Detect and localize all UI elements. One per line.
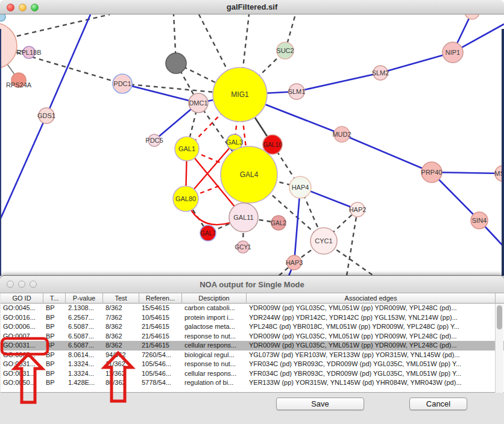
edge-SLM2-NIP1[interactable] bbox=[380, 52, 453, 73]
cell-4: 5778/54... bbox=[139, 378, 182, 388]
network-canvas[interactable]: RPL18BRPS24AGDS1PDC1MIG1SUC2SLM1DMC1PDC5… bbox=[0, 14, 504, 276]
cell-4: 21/54615 bbox=[139, 322, 182, 332]
node-label-gal4: GAL4 bbox=[240, 170, 259, 179]
node-cornerblue[interactable] bbox=[0, 14, 5, 21]
cell-6: YDR009W (pd) YGL035C, YML051W (pp) YDR00… bbox=[247, 304, 496, 313]
cell-5: cellular respons... bbox=[182, 341, 247, 351]
column-header-6[interactable]: Associated edges bbox=[247, 293, 496, 304]
table-body: GO:0045...BP2.1308...8/36215/54615carbon… bbox=[1, 304, 504, 393]
table-row[interactable]: GO:0031...BP1.3324...11/362105/546...res… bbox=[1, 360, 504, 369]
node-label-gal10: GAL10 bbox=[263, 142, 282, 148]
table-row[interactable]: GO:0065...BP8.0614...94/3627260/54...bio… bbox=[1, 351, 504, 360]
cell-5: response to nut... bbox=[182, 360, 247, 369]
table-row[interactable]: GO:0045...BP2.1308...8/36215/54615carbon… bbox=[1, 304, 504, 313]
table-header: GO IDT...P-valueTestReferen...Desciption… bbox=[1, 293, 504, 304]
column-header-1[interactable]: T... bbox=[43, 293, 66, 304]
cell-4: 10/54615 bbox=[139, 313, 182, 323]
cell-1: BP bbox=[43, 378, 66, 388]
cell-4: 105/546... bbox=[139, 360, 182, 369]
cell-6: YDR009W (pd) YGL035C, YML051W (pp) YDR00… bbox=[247, 332, 496, 341]
cell-1: BP bbox=[43, 322, 66, 332]
network-graph: RPL18BRPS24AGDS1PDC1MIG1SUC2SLM1DMC1PDC5… bbox=[0, 14, 504, 276]
node-label-rps24a: RPS24A bbox=[6, 81, 32, 89]
cell-1: BP bbox=[43, 313, 66, 323]
node-label-gal2: GAL2 bbox=[271, 220, 286, 226]
cell-6: YDR009W (pd) YGL035C, YML051W (pp) YDR00… bbox=[247, 341, 496, 351]
cell-0: GO:0007... bbox=[1, 332, 43, 341]
column-header-5[interactable]: Desciption bbox=[182, 293, 247, 304]
edge-x-x[interactable] bbox=[17, 14, 110, 36]
network-right-border bbox=[502, 29, 504, 276]
cell-5: biological regul... bbox=[182, 351, 247, 360]
table-row[interactable]: GO:0016...BP6.2567...7/36210/54615protei… bbox=[1, 313, 504, 323]
table-row[interactable]: GO:0050...BP1.428E...80/3625778/54...reg… bbox=[1, 378, 504, 388]
node-label-slm1: SLM1 bbox=[288, 88, 306, 95]
node-gray[interactable] bbox=[166, 53, 186, 73]
column-header-3[interactable]: Test bbox=[103, 293, 139, 304]
cell-3: 8/362 bbox=[103, 341, 139, 351]
table-row[interactable]: GO:0031...BP1.3324...11/362105/546...cel… bbox=[1, 369, 504, 379]
noa-window: NOA output for Single Mode GO IDT...P-va… bbox=[0, 275, 504, 424]
node-label-rpl18b: RPL18B bbox=[17, 49, 42, 56]
network-left-border bbox=[0, 29, 1, 276]
node-label-mud2: MUD2 bbox=[332, 131, 351, 138]
cell-2: 1.3324... bbox=[66, 369, 103, 379]
edge-HAP4-HAP3[interactable] bbox=[294, 187, 300, 263]
cell-5: galactose meta... bbox=[182, 322, 247, 332]
cancel-button[interactable]: Cancel bbox=[409, 398, 467, 410]
cell-2: 1.3324... bbox=[66, 360, 103, 369]
node-label-gcy1: GCY1 bbox=[235, 244, 251, 251]
cell-2: 6.5087... bbox=[66, 322, 103, 332]
cell-4: 7260/54... bbox=[139, 351, 182, 360]
node-label-slm2: SLM2 bbox=[372, 69, 389, 76]
cell-2: 6.5087... bbox=[66, 332, 103, 341]
edge-GDS1-x[interactable] bbox=[0, 116, 46, 220]
cell-0: GO:0031... bbox=[1, 341, 43, 351]
node-label-hap4: HAP4 bbox=[292, 184, 309, 191]
network-window: galFiltered.sif RPL18BRPS24AGDS1PDC1MIG1… bbox=[0, 0, 504, 276]
node-label-nip1: NIP1 bbox=[446, 49, 460, 56]
cell-3: 94/362 bbox=[103, 351, 139, 360]
cell-1: BP bbox=[43, 360, 66, 369]
node-toppink[interactable] bbox=[465, 14, 479, 19]
noa-window-title: NOA output for Single Mode bbox=[0, 276, 504, 293]
table-row[interactable]: GO:0006...BP6.5087...8/36221/54615galact… bbox=[1, 322, 504, 332]
node-label-prp40: PRP40 bbox=[421, 169, 443, 176]
node-bigpink[interactable] bbox=[0, 23, 17, 69]
cell-1: BP bbox=[43, 351, 66, 360]
node-label-gal80: GAL80 bbox=[175, 195, 196, 202]
cell-6: YFR034C (pd) YBR093C, YDR009W (pd) YGL03… bbox=[247, 369, 496, 379]
edge-SLM1-SLM2[interactable] bbox=[297, 73, 380, 92]
scrollbar-thumb[interactable] bbox=[497, 305, 502, 329]
network-window-titlebar[interactable]: galFiltered.sif bbox=[0, 0, 504, 14]
cell-4: 15/54615 bbox=[139, 304, 182, 313]
column-header-2[interactable]: P-value bbox=[66, 293, 103, 304]
save-button[interactable]: Save bbox=[276, 398, 364, 410]
cell-0: GO:0031... bbox=[1, 369, 43, 379]
node-label-gds1: GDS1 bbox=[37, 112, 55, 119]
column-header-0[interactable]: GO ID bbox=[1, 293, 43, 304]
network-window-title: galFiltered.sif bbox=[0, 0, 504, 14]
cell-1: BP bbox=[43, 304, 66, 313]
table-row[interactable]: GO:0007...BP6.5087...8/36221/54615respon… bbox=[1, 332, 504, 341]
noa-window-titlebar[interactable]: NOA output for Single Mode bbox=[0, 276, 504, 293]
node-label-gal3: GAL3 bbox=[226, 139, 243, 146]
cell-1: BP bbox=[43, 369, 66, 379]
cell-4: 21/54615 bbox=[139, 341, 182, 351]
cell-1: BP bbox=[43, 332, 66, 341]
cell-0: GO:0050... bbox=[1, 378, 43, 388]
cell-2: 6.2567... bbox=[66, 313, 103, 323]
edge-MUD2-PRP40[interactable] bbox=[342, 134, 432, 172]
node-label-suc2: SUC2 bbox=[276, 47, 294, 54]
edge-x-GDS1[interactable] bbox=[46, 14, 90, 116]
edge-HAP2-x[interactable] bbox=[347, 210, 358, 276]
column-header-4[interactable]: Referen... bbox=[139, 293, 182, 304]
vertical-scrollbar[interactable] bbox=[495, 304, 503, 393]
cell-5: cellular respons... bbox=[182, 369, 247, 379]
edge-PDC1-DMC1[interactable] bbox=[122, 84, 198, 103]
cell-3: 8/362 bbox=[103, 322, 139, 332]
cell-3: 11/362 bbox=[103, 360, 139, 369]
cell-5: regulation of bi... bbox=[182, 378, 247, 388]
cell-3: 80/362 bbox=[103, 378, 139, 388]
table-row[interactable]: GO:0031...BP6.5087...8/36221/54615cellul… bbox=[1, 341, 504, 351]
